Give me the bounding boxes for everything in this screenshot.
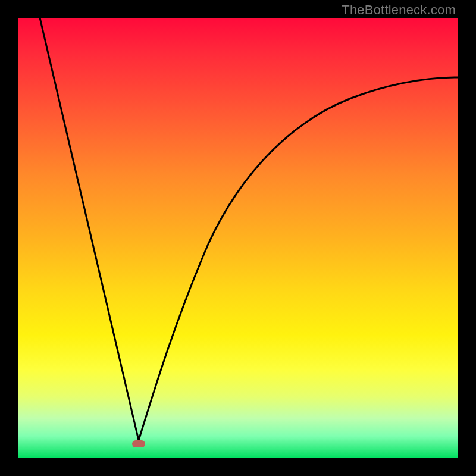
chart-plot-area [18,18,458,458]
watermark-text: TheBottleneck.com [342,2,456,18]
curve-left-branch [40,18,139,440]
bottleneck-curve [18,18,458,458]
optimal-point-marker [132,440,145,447]
curve-right-branch [139,77,458,440]
